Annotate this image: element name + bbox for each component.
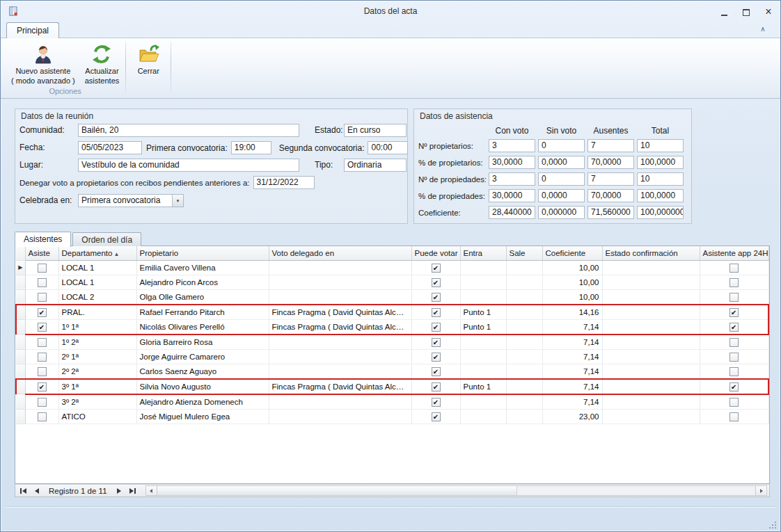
checkbox[interactable]: ✔ bbox=[432, 398, 441, 407]
tipo-field[interactable]: Ordinaria bbox=[344, 159, 407, 172]
table-row[interactable]: 1º 2ªGloria Barreiro Rosa✔7,14 bbox=[16, 334, 768, 350]
column-header[interactable]: Entra bbox=[460, 246, 506, 260]
attendance-value-field[interactable]: 0,0000 bbox=[538, 156, 585, 169]
checkbox[interactable] bbox=[38, 412, 47, 421]
checkbox[interactable]: ✔ bbox=[432, 382, 441, 392]
checkbox[interactable] bbox=[38, 398, 47, 407]
column-header[interactable]: Sale bbox=[506, 246, 542, 260]
checkbox[interactable] bbox=[38, 338, 47, 347]
checkbox[interactable] bbox=[729, 293, 739, 302]
checkbox[interactable]: ✔ bbox=[432, 308, 441, 317]
attendance-value-field[interactable]: 7 bbox=[587, 139, 634, 152]
attendance-value-field[interactable]: 0,0000 bbox=[538, 189, 585, 202]
denegar-voto-fecha-field[interactable]: 31/12/2022 bbox=[253, 176, 315, 189]
checkbox[interactable] bbox=[729, 412, 739, 421]
new-attendee-button[interactable]: Nuevo asistente( modo avanzado ) bbox=[6, 40, 80, 86]
comunidad-field[interactable]: Bailén, 20 bbox=[78, 124, 299, 137]
table-row[interactable]: ✔1º 1ªNicolás Olivares PerellóFincas Pra… bbox=[16, 319, 768, 334]
attendance-value-field[interactable]: 71,560000 bbox=[587, 206, 634, 219]
checkbox[interactable]: ✔ bbox=[432, 293, 441, 302]
checkbox[interactable] bbox=[38, 264, 47, 273]
checkbox[interactable]: ✔ bbox=[432, 278, 441, 287]
minimize-button[interactable] bbox=[719, 6, 729, 16]
checkbox[interactable]: ✔ bbox=[729, 382, 739, 392]
checkbox[interactable] bbox=[729, 338, 739, 347]
attendance-value-field[interactable]: 7 bbox=[587, 172, 634, 186]
close-button[interactable]: × bbox=[764, 6, 773, 16]
checkbox[interactable]: ✔ bbox=[432, 412, 441, 421]
checkbox[interactable]: ✔ bbox=[432, 323, 441, 332]
table-row[interactable]: ✔PRAL.Rafael Ferrando PitarchFincas Prag… bbox=[16, 305, 768, 320]
checkbox[interactable]: ✔ bbox=[729, 308, 739, 317]
checkbox[interactable]: ✔ bbox=[38, 382, 47, 392]
checkbox[interactable] bbox=[729, 278, 739, 287]
close-form-button[interactable]: Cerrar bbox=[127, 40, 169, 76]
next-record-button[interactable] bbox=[113, 485, 125, 496]
column-header[interactable]: Voto delegado en bbox=[269, 246, 411, 260]
resize-grip-icon[interactable] bbox=[769, 520, 778, 529]
attendance-value-field[interactable]: 3 bbox=[489, 139, 535, 152]
column-header[interactable]: Propietario bbox=[136, 246, 269, 260]
estado-field[interactable]: En curso bbox=[344, 124, 407, 137]
tab-principal[interactable]: Principal bbox=[6, 22, 59, 38]
column-header[interactable]: Asiste bbox=[25, 246, 58, 260]
attendance-value-field[interactable]: 100,0000 bbox=[637, 156, 684, 169]
checkbox[interactable]: ✔ bbox=[38, 308, 47, 317]
attendance-value-field[interactable]: 100,000000 bbox=[637, 206, 684, 219]
table-row[interactable]: ▶LOCAL 1Emilia Cavero Villena✔10,00 bbox=[16, 260, 768, 275]
attendance-value-field[interactable]: 28,440000 bbox=[489, 206, 535, 219]
lugar-field[interactable]: Vestíbulo de la comunidad bbox=[78, 159, 299, 172]
column-header[interactable]: Puede votar bbox=[411, 246, 460, 260]
checkbox[interactable]: ✔ bbox=[432, 353, 441, 362]
column-header[interactable]: Coeficiente bbox=[542, 246, 602, 260]
dropdown-arrow-icon[interactable]: ▼ bbox=[172, 195, 183, 207]
attendance-value-field[interactable]: 10 bbox=[637, 139, 684, 152]
ribbon-collapse-icon[interactable]: ∧ bbox=[757, 24, 769, 35]
table-row[interactable]: LOCAL 2Olga Olle Gamero✔10,00 bbox=[16, 289, 768, 305]
refresh-attendees-button[interactable]: Actualizarasistentes bbox=[80, 40, 125, 86]
table-row[interactable]: ✔3º 1ªSilvia Novo AugustoFincas Pragma (… bbox=[16, 379, 768, 394]
column-header[interactable]: Estado confirmación bbox=[602, 246, 700, 260]
checkbox[interactable] bbox=[38, 278, 47, 287]
maximize-button[interactable] bbox=[741, 6, 751, 16]
attendance-value-field[interactable]: 0,000000 bbox=[538, 206, 585, 219]
checkbox[interactable]: ✔ bbox=[729, 323, 739, 332]
table-row[interactable]: 3º 2ªAlejandro Atienza Domenech✔7,14 bbox=[16, 394, 768, 410]
checkbox[interactable]: ✔ bbox=[432, 338, 441, 347]
segunda-convocatoria-field[interactable]: 00:00 bbox=[368, 141, 408, 154]
attendance-value-field[interactable]: 70,0000 bbox=[587, 189, 634, 202]
horizontal-scrollbar[interactable] bbox=[145, 485, 767, 496]
checkbox[interactable] bbox=[38, 367, 47, 376]
first-record-button[interactable] bbox=[17, 485, 29, 496]
checkbox[interactable]: ✔ bbox=[432, 264, 441, 273]
checkbox[interactable] bbox=[729, 264, 739, 273]
table-row[interactable]: 2º 2ªCarlos Saenz Aguayo✔7,14 bbox=[16, 364, 768, 379]
checkbox[interactable] bbox=[38, 293, 47, 302]
attendance-value-field[interactable]: 100,0000 bbox=[637, 189, 684, 202]
scroll-left-icon[interactable] bbox=[146, 486, 157, 495]
fecha-field[interactable]: 05/05/2023 bbox=[78, 141, 142, 154]
attendance-value-field[interactable]: 0 bbox=[538, 172, 585, 186]
checkbox[interactable]: ✔ bbox=[38, 323, 47, 332]
checkbox[interactable] bbox=[38, 353, 47, 362]
attendance-value-field[interactable]: 10 bbox=[637, 172, 684, 186]
checkbox[interactable] bbox=[729, 353, 739, 362]
primera-convocatoria-field[interactable]: 19:00 bbox=[231, 141, 271, 154]
scroll-right-icon[interactable] bbox=[755, 486, 766, 495]
checkbox[interactable] bbox=[729, 398, 739, 407]
attendance-value-field[interactable]: 30,0000 bbox=[489, 189, 535, 202]
checkbox[interactable] bbox=[729, 367, 739, 376]
attendance-value-field[interactable]: 70,0000 bbox=[587, 156, 634, 169]
scrollbar-thumb[interactable] bbox=[157, 486, 517, 495]
checkbox[interactable]: ✔ bbox=[432, 367, 441, 376]
tab-orden-del-dia[interactable]: Orden del día bbox=[72, 232, 141, 246]
table-row[interactable]: ATICOJosé Miguel Mulero Egea✔23,00 bbox=[16, 409, 768, 424]
table-row[interactable]: LOCAL 1Alejandro Picon Arcos✔10,00 bbox=[16, 275, 768, 289]
column-header[interactable]: Departamento ▲ bbox=[58, 246, 136, 260]
prev-record-button[interactable] bbox=[31, 485, 42, 496]
tab-asistentes[interactable]: Asistentes bbox=[15, 232, 71, 247]
last-record-button[interactable] bbox=[127, 485, 139, 496]
celebrada-en-select[interactable]: Primera convocatoria ▼ bbox=[78, 194, 184, 207]
attendance-value-field[interactable]: 30,0000 bbox=[489, 156, 535, 169]
attendance-value-field[interactable]: 0 bbox=[538, 139, 585, 152]
